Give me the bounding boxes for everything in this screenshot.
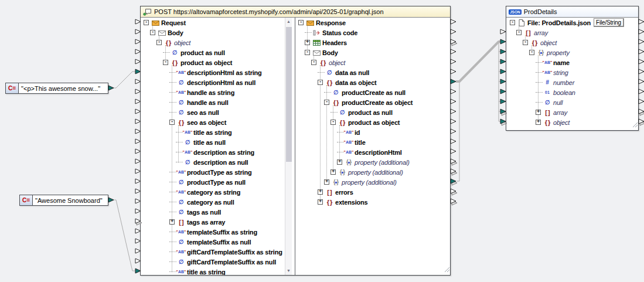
tree-row-data-as-null[interactable]: ∅data as null xyxy=(295,67,450,77)
proddetails-component[interactable]: JSON ProdDetails -File: ProdDetails.json… xyxy=(506,6,639,131)
connector-connected[interactable] xyxy=(500,119,506,124)
constant-component-description[interactable]: C= "<p>This awesome snow..." xyxy=(5,83,108,94)
connector[interactable] xyxy=(451,99,456,104)
tree-row-property-additional[interactable]: +{■}property (additional) xyxy=(295,157,450,167)
connector[interactable] xyxy=(639,39,644,44)
tree-row-response[interactable]: -Response xyxy=(295,18,450,28)
constant-component-title[interactable]: C= "Awesome Snowboard" xyxy=(19,195,108,206)
tree-row-property-additional[interactable]: +{■}property (additional) xyxy=(295,177,450,187)
tree-row-handle-as-null[interactable]: ∅handle as null xyxy=(141,97,285,107)
tree-row-productcreate-as-object[interactable]: -{ }productCreate as object xyxy=(295,97,450,107)
tree-row-descriptionhtml-as-string[interactable]: "AB"descriptionHtml as string xyxy=(141,67,285,77)
tree-row-title-as-string[interactable]: "AB"title as string xyxy=(141,267,285,275)
tree-row-name[interactable]: "AB"name xyxy=(506,57,638,67)
collapse-toggle[interactable]: - xyxy=(156,40,162,45)
scroll-up-button[interactable]: ▲ xyxy=(285,18,292,26)
request-scrollbar[interactable]: ▲ ▼ xyxy=(285,18,292,275)
tree-row-file-proddetails-json[interactable]: -File: ProdDetails.jsonFile/String xyxy=(506,18,638,28)
tree-row-object[interactable]: -{ }object xyxy=(506,38,638,47)
collapse-toggle[interactable]: - xyxy=(311,60,316,65)
tree-row-descriptionhtml[interactable]: "AB"descriptionHtml xyxy=(295,147,450,157)
tree-row-tags-as-array[interactable]: +[ ]tags as array xyxy=(141,217,285,227)
expand-toggle[interactable]: + xyxy=(318,199,323,205)
connector[interactable] xyxy=(451,19,456,24)
collapse-toggle[interactable]: - xyxy=(529,50,534,55)
tree-row-product-as-null[interactable]: ∅product as null xyxy=(295,107,450,117)
connector-connected[interactable] xyxy=(108,86,114,90)
tree-row-giftcardtemplatesuffix-as-string[interactable]: "AB"giftCardTemplateSuffix as string xyxy=(141,247,285,257)
connector[interactable] xyxy=(500,29,506,34)
connector[interactable] xyxy=(451,159,456,164)
connector[interactable] xyxy=(451,129,456,134)
connector-connected[interactable] xyxy=(500,109,506,114)
connector-connected[interactable] xyxy=(500,39,506,44)
connector[interactable] xyxy=(639,49,644,54)
tree-row-templatesuffix-as-string[interactable]: "AB"templateSuffix as string xyxy=(141,227,285,237)
collapse-toggle[interactable]: - xyxy=(169,120,175,125)
tree-row-handle-as-string[interactable]: "AB"handle as string xyxy=(141,87,285,97)
tree-row-productcreate-as-null[interactable]: ∅productCreate as null xyxy=(295,87,450,97)
tree-row-object[interactable]: -{ }object xyxy=(295,57,450,67)
connector[interactable] xyxy=(451,189,456,193)
tree-row-string[interactable]: "AB"string xyxy=(506,67,638,77)
tree-row-description-as-null[interactable]: ∅description as null xyxy=(141,157,285,167)
expand-toggle[interactable]: + xyxy=(536,120,541,125)
connector[interactable] xyxy=(451,69,456,74)
constant2-to-title[interactable] xyxy=(114,200,136,271)
webservice-titlebar[interactable]: POST https://altovamapforcetest.myshopif… xyxy=(141,6,450,18)
tree-row-title[interactable]: "AB"title xyxy=(295,137,450,147)
connector[interactable] xyxy=(639,29,644,34)
connector-connected[interactable] xyxy=(500,99,506,104)
connector[interactable] xyxy=(639,119,644,124)
tree-row-data-as-object[interactable]: -{ }data as object xyxy=(295,77,450,87)
tree-row-object[interactable]: +{ }object xyxy=(506,117,638,127)
connector-connected[interactable] xyxy=(500,79,506,84)
connector[interactable] xyxy=(639,109,644,114)
tree-row-tags-as-null[interactable]: ∅tags as null xyxy=(141,207,285,217)
tree-row-array[interactable]: -[ ]array xyxy=(506,28,638,38)
tree-row-extensions[interactable]: +{ }extensions xyxy=(295,197,450,207)
collapse-toggle[interactable]: - xyxy=(150,30,155,35)
tree-row-description-as-string[interactable]: "AB"description as string xyxy=(141,147,285,157)
collapse-toggle[interactable]: - xyxy=(330,120,336,125)
connector[interactable] xyxy=(639,99,644,104)
connector-connected[interactable] xyxy=(451,79,456,84)
connector[interactable] xyxy=(451,169,456,174)
connector-connected[interactable] xyxy=(108,198,114,202)
tree-row-product-as-null[interactable]: ∅product as null xyxy=(141,47,285,57)
tree-row-producttype-as-string[interactable]: "AB"productType as string xyxy=(141,167,285,177)
expand-toggle[interactable]: + xyxy=(318,189,323,195)
data-object-to-prodetails-object[interactable] xyxy=(456,42,501,81)
tree-row-object[interactable]: -{ }object xyxy=(141,38,285,47)
connector[interactable] xyxy=(451,29,456,34)
webservice-component[interactable]: POST https://altovamapforcetest.myshopif… xyxy=(140,6,451,276)
expand-toggle[interactable]: + xyxy=(169,219,175,225)
connector[interactable] xyxy=(639,69,644,74)
tree-row-boolean[interactable]: 01boolean xyxy=(506,87,638,97)
tree-row-category-as-string[interactable]: "AB"category as string xyxy=(141,187,285,197)
tree-row-category-as-null[interactable]: ∅category as null xyxy=(141,197,285,207)
proddetails-titlebar[interactable]: JSON ProdDetails xyxy=(506,6,638,18)
file-string-button[interactable]: File/String xyxy=(594,18,624,27)
collapse-toggle[interactable]: - xyxy=(318,80,323,85)
connector-connected[interactable] xyxy=(500,69,506,74)
tree-row-headers[interactable]: +Headers xyxy=(295,38,450,47)
collapse-toggle[interactable]: - xyxy=(324,100,329,105)
tree-row-status-code[interactable]: Status code xyxy=(295,28,450,38)
tree-row-id[interactable]: "AB"id xyxy=(295,127,450,137)
connector-connected[interactable] xyxy=(451,179,456,184)
connector[interactable] xyxy=(451,119,456,124)
scroll-down-button[interactable]: ▼ xyxy=(285,267,292,275)
expand-toggle[interactable]: + xyxy=(324,179,329,185)
tree-row-number[interactable]: #number xyxy=(506,77,638,87)
tree-row-seo-as-null[interactable]: ∅seo as null xyxy=(141,107,285,117)
expand-toggle[interactable]: + xyxy=(536,110,541,115)
tree-row-body[interactable]: -Body xyxy=(295,47,450,57)
tree-row-null[interactable]: ∅null xyxy=(506,97,638,107)
tree-row-descriptionhtml-as-null[interactable]: ∅descriptionHtml as null xyxy=(141,77,285,87)
tree-row-title-as-string[interactable]: "AB"title as string xyxy=(141,127,285,137)
collapse-toggle[interactable]: - xyxy=(523,40,528,45)
connector-connected[interactable] xyxy=(500,59,506,64)
tree-row-product-as-object[interactable]: -{ }product as object xyxy=(141,57,285,67)
connector[interactable] xyxy=(639,19,644,24)
